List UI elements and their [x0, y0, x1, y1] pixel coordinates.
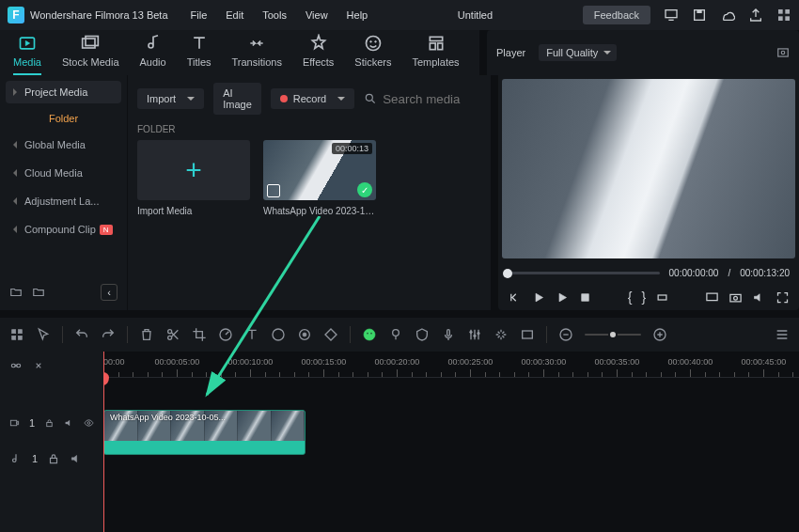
- mute-icon[interactable]: [64, 416, 74, 430]
- menu-view[interactable]: View: [306, 9, 328, 21]
- eye-icon[interactable]: [84, 416, 94, 430]
- render-icon[interactable]: [520, 327, 535, 342]
- keyframe-icon[interactable]: [323, 327, 338, 342]
- tab-media[interactable]: Media: [13, 34, 41, 75]
- video-track-header[interactable]: 1: [6, 400, 98, 446]
- cut-icon[interactable]: [165, 327, 180, 342]
- tab-templates[interactable]: Templates: [412, 34, 459, 75]
- timeline: 1 1 00:0000:00:05:0000:00:10:0000:00:15:…: [0, 352, 799, 532]
- clip-icon[interactable]: [655, 290, 669, 305]
- marker-icon[interactable]: [388, 327, 403, 342]
- sidebar-project-media[interactable]: Project Media: [6, 81, 121, 103]
- player-scrubber[interactable]: [508, 272, 660, 274]
- prev-frame-icon[interactable]: [508, 290, 522, 305]
- added-check-icon: ✓: [357, 182, 372, 197]
- audio-mixer-icon[interactable]: [467, 327, 482, 342]
- timeline-clip[interactable]: WhatsApp Video 2023-10-05...: [103, 410, 306, 455]
- tab-transitions[interactable]: Transitions: [232, 34, 282, 75]
- monitor-icon[interactable]: [664, 8, 679, 23]
- cloud-upload-icon[interactable]: [720, 8, 735, 23]
- view-options-icon[interactable]: [775, 327, 790, 342]
- new-folder-icon[interactable]: [9, 286, 23, 299]
- undo-icon[interactable]: [74, 327, 89, 342]
- timeline-tracks[interactable]: 00:0000:00:05:0000:00:10:0000:00:15:0000…: [103, 352, 799, 532]
- menu-file[interactable]: File: [191, 9, 208, 21]
- display-icon[interactable]: [705, 290, 719, 305]
- mark-out-icon[interactable]: }: [642, 289, 647, 305]
- import-media-tile[interactable]: + Import Media: [137, 140, 250, 216]
- text-icon[interactable]: [244, 327, 259, 342]
- lock-icon[interactable]: [44, 416, 55, 430]
- snapshot-icon[interactable]: [776, 46, 790, 59]
- volume-icon[interactable]: [752, 290, 766, 305]
- tab-effects[interactable]: Effects: [303, 34, 334, 75]
- tab-stock-media[interactable]: Stock Media: [62, 34, 119, 75]
- camera-icon[interactable]: [728, 290, 743, 305]
- effects-icon: [309, 34, 328, 53]
- lock-icon[interactable]: [47, 452, 60, 465]
- smart-tool-icon[interactable]: [494, 327, 509, 342]
- feedback-button[interactable]: Feedback: [583, 6, 650, 24]
- folder-icon[interactable]: [32, 286, 45, 299]
- fullscreen-icon[interactable]: [776, 290, 790, 305]
- zoom-slider[interactable]: [585, 334, 641, 336]
- svg-rect-28: [18, 330, 22, 334]
- export-icon[interactable]: [748, 8, 763, 23]
- play-forward-icon[interactable]: [555, 290, 569, 305]
- audio-track-header[interactable]: 1: [6, 446, 98, 472]
- svg-rect-3: [778, 9, 783, 14]
- zoom-in-icon[interactable]: [652, 327, 667, 342]
- mute-icon[interactable]: [70, 452, 83, 465]
- svg-rect-30: [18, 336, 22, 339]
- play-icon[interactable]: [531, 290, 545, 305]
- link-icon[interactable]: [9, 359, 23, 372]
- plus-icon: +: [185, 154, 202, 186]
- quality-dropdown[interactable]: Full Quality: [539, 44, 617, 61]
- search-icon[interactable]: [364, 92, 377, 105]
- mask-icon[interactable]: [415, 327, 430, 342]
- ai-tool-icon[interactable]: [297, 327, 312, 342]
- menu-edit[interactable]: Edit: [226, 9, 243, 21]
- ai-image-button[interactable]: AI Image: [213, 83, 261, 115]
- voice-icon[interactable]: [441, 327, 456, 342]
- templates-icon: [427, 34, 446, 53]
- save-icon[interactable]: [692, 8, 707, 23]
- ai-assistant-icon[interactable]: [362, 327, 377, 342]
- sidebar-compound-clip[interactable]: Compound ClipN: [6, 218, 121, 241]
- color-icon[interactable]: [271, 327, 286, 342]
- sidebar-adjustment-layer[interactable]: Adjustment La...: [6, 190, 121, 212]
- svg-point-42: [470, 331, 473, 334]
- menu-tools[interactable]: Tools: [262, 9, 287, 21]
- svg-rect-51: [47, 423, 52, 427]
- delete-icon[interactable]: [139, 327, 154, 342]
- svg-rect-5: [778, 16, 783, 21]
- grid-icon[interactable]: [776, 8, 791, 23]
- menu-help[interactable]: Help: [347, 9, 368, 21]
- unlink-icon[interactable]: [32, 359, 45, 372]
- svg-rect-15: [437, 43, 442, 50]
- playhead[interactable]: [103, 352, 104, 532]
- cursor-icon[interactable]: [36, 327, 51, 342]
- mark-in-icon[interactable]: {: [628, 289, 633, 305]
- speed-icon[interactable]: [218, 327, 233, 342]
- tab-stickers[interactable]: Stickers: [354, 34, 391, 75]
- sidebar-cloud-media[interactable]: Cloud Media: [6, 162, 121, 184]
- media-clip-tile[interactable]: 00:00:13 ✓ WhatsApp Video 2023-10-05...: [263, 140, 376, 216]
- timeline-toolbar: [0, 318, 799, 352]
- timeline-ruler[interactable]: 00:0000:00:05:0000:00:10:0000:00:15:0000…: [103, 352, 799, 378]
- tab-titles[interactable]: Titles: [187, 34, 212, 75]
- stop-icon[interactable]: [578, 290, 592, 305]
- import-dropdown[interactable]: Import: [137, 88, 204, 109]
- record-dropdown[interactable]: Record: [271, 88, 354, 109]
- crop-icon[interactable]: [192, 327, 207, 342]
- tab-audio[interactable]: Audio: [140, 34, 166, 75]
- svg-rect-25: [730, 294, 741, 302]
- sidebar-folder[interactable]: Folder: [6, 109, 121, 128]
- collapse-sidebar-button[interactable]: ‹: [101, 284, 118, 301]
- zoom-out-icon[interactable]: [558, 327, 573, 342]
- redo-icon[interactable]: [101, 327, 116, 342]
- svg-point-37: [364, 329, 375, 340]
- player-viewport[interactable]: [502, 79, 795, 258]
- tool-select-icon[interactable]: [9, 327, 24, 342]
- sidebar-global-media[interactable]: Global Media: [6, 133, 121, 156]
